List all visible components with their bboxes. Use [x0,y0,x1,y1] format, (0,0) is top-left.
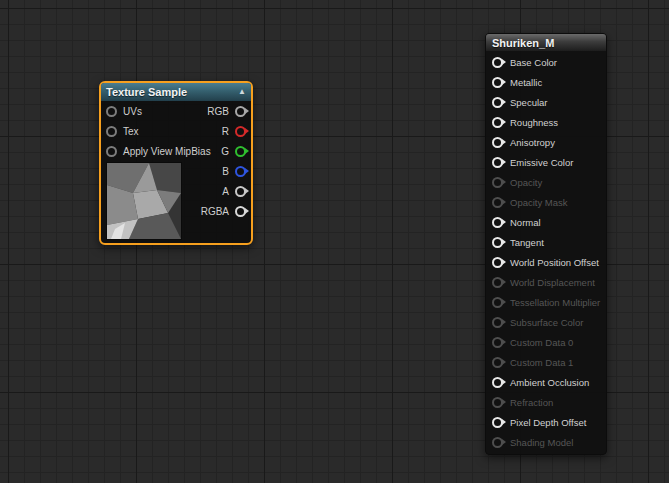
material-pin-custom-data-1[interactable]: Custom Data 1 [486,352,606,372]
material-pin-ambient-occlusion[interactable]: Ambient Occlusion [486,372,606,392]
material-pin-anisotropy[interactable]: Anisotropy [486,132,606,152]
pin-label: Custom Data 1 [510,357,573,368]
pin-label: Tex [123,126,139,137]
pin-icon[interactable] [492,337,503,348]
pin-label: Shading Model [510,437,573,448]
pin-label: B [222,166,229,177]
material-graph-canvas[interactable]: Texture Sample ▲ UVsTexApply View MipBia… [0,0,669,483]
material-pin-metallic[interactable]: Metallic [486,72,606,92]
pin-icon[interactable] [492,397,503,408]
pin-label: Roughness [510,117,558,128]
output-pin-rgba[interactable]: RGBA [179,201,251,221]
pin-label: Emissive Color [510,157,573,168]
material-result-node[interactable]: Shuriken_M Base ColorMetallicSpecularRou… [485,33,607,455]
material-pin-custom-data-0[interactable]: Custom Data 0 [486,332,606,352]
texture-sample-outputs: RGBRGBARGBA [179,101,251,221]
output-pin-a[interactable]: A [179,181,251,201]
material-pin-base-color[interactable]: Base Color [486,52,606,72]
material-node-title: Shuriken_M [492,37,554,49]
material-pin-subsurface-color[interactable]: Subsurface Color [486,312,606,332]
pin-icon[interactable] [492,57,503,68]
pin-icon[interactable] [492,317,503,328]
pin-icon[interactable] [492,237,503,248]
material-pin-refraction[interactable]: Refraction [486,392,606,412]
pin-label: Opacity Mask [510,197,568,208]
material-pin-tessellation-multiplier[interactable]: Tessellation Multiplier [486,292,606,312]
pin-icon[interactable] [235,206,246,217]
pin-icon[interactable] [492,377,503,388]
output-pin-g[interactable]: G [179,141,251,161]
material-pin-tangent[interactable]: Tangent [486,232,606,252]
pin-label: Tangent [510,237,544,248]
pin-label: Opacity [510,177,542,188]
pin-icon[interactable] [492,297,503,308]
material-pin-roughness[interactable]: Roughness [486,112,606,132]
pin-icon[interactable] [492,217,503,228]
pin-label: World Displacement [510,277,595,288]
pin-label: Anisotropy [510,137,555,148]
pin-icon[interactable] [492,197,503,208]
material-pin-emissive-color[interactable]: Emissive Color [486,152,606,172]
output-pin-r[interactable]: R [179,121,251,141]
pin-label: UVs [123,106,142,117]
pin-label: Ambient Occlusion [510,377,589,388]
pin-icon[interactable] [235,126,246,137]
pin-icon[interactable] [492,437,503,448]
pin-icon[interactable] [492,177,503,188]
pin-icon[interactable] [235,166,246,177]
pin-icon[interactable] [492,97,503,108]
pin-icon[interactable] [492,77,503,88]
pin-icon[interactable] [492,257,503,268]
pin-icon[interactable] [492,417,503,428]
pin-label: A [222,186,229,197]
material-node-header[interactable]: Shuriken_M [486,34,606,51]
material-pin-normal[interactable]: Normal [486,212,606,232]
pin-icon[interactable] [106,126,117,137]
pin-label: Metallic [510,77,542,88]
output-pin-b[interactable]: B [179,161,251,181]
texture-sample-title: Texture Sample [106,86,187,98]
pin-label: R [222,126,229,137]
material-pin-opacity-mask[interactable]: Opacity Mask [486,192,606,212]
material-pin-shading-model[interactable]: Shading Model [486,432,606,452]
pin-label: RGBA [201,206,229,217]
collapse-arrow-icon[interactable]: ▲ [238,88,246,96]
pin-icon[interactable] [492,137,503,148]
pin-label: G [221,146,229,157]
material-pin-pixel-depth-offset[interactable]: Pixel Depth Offset [486,412,606,432]
texture-sample-node[interactable]: Texture Sample ▲ UVsTexApply View MipBia… [99,81,253,245]
pin-icon[interactable] [106,106,117,117]
pin-icon[interactable] [235,146,246,157]
pin-icon[interactable] [235,186,246,197]
material-pin-opacity[interactable]: Opacity [486,172,606,192]
pin-icon[interactable] [492,117,503,128]
pin-label: Subsurface Color [510,317,583,328]
pin-label: Refraction [510,397,553,408]
pin-label: World Position Offset [510,257,599,268]
pin-icon[interactable] [492,157,503,168]
pin-icon[interactable] [492,357,503,368]
material-pin-specular[interactable]: Specular [486,92,606,112]
pin-label: Base Color [510,57,557,68]
crystal-texture-image [107,163,181,239]
pin-label: Specular [510,97,548,108]
material-pin-list: Base ColorMetallicSpecularRoughnessAniso… [486,51,606,454]
pin-label: Normal [510,217,541,228]
texture-preview-thumbnail [107,163,181,239]
pin-label: Custom Data 0 [510,337,573,348]
texture-sample-body: UVsTexApply View MipBias RGBRGBARGBA [101,101,251,243]
pin-icon[interactable] [492,277,503,288]
pin-label: Tessellation Multiplier [510,297,600,308]
pin-label: Pixel Depth Offset [510,417,586,428]
pin-icon[interactable] [106,146,117,157]
pin-icon[interactable] [235,106,246,117]
material-pin-world-displacement[interactable]: World Displacement [486,272,606,292]
texture-sample-header[interactable]: Texture Sample ▲ [101,83,251,101]
pin-label: RGB [207,106,229,117]
output-pin-rgb[interactable]: RGB [179,101,251,121]
material-pin-world-position-offset[interactable]: World Position Offset [486,252,606,272]
